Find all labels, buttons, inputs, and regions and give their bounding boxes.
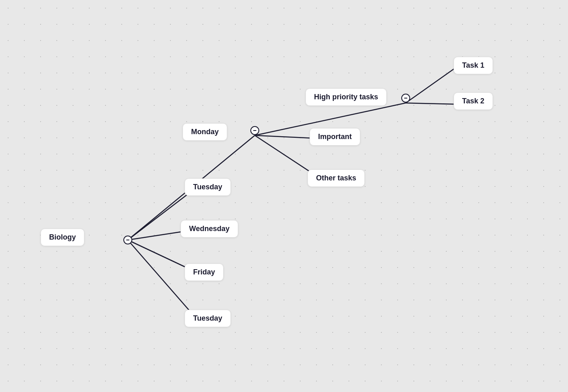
wednesday-node[interactable]: Wednesday: [181, 220, 238, 238]
task1-label: Task 1: [462, 61, 484, 70]
important-label: Important: [318, 133, 352, 141]
monday-node[interactable]: Monday: [183, 123, 227, 141]
high-priority-node[interactable]: High priority tasks: [306, 88, 387, 106]
task1-node[interactable]: Task 1: [454, 57, 493, 74]
friday-node[interactable]: Friday: [185, 263, 224, 281]
important-node[interactable]: Important: [310, 128, 360, 146]
svg-line-8: [406, 68, 456, 103]
biology-node[interactable]: Biology: [41, 229, 84, 246]
tuesday1-node[interactable]: Tuesday: [185, 178, 231, 196]
high-priority-label: High priority tasks: [314, 93, 378, 101]
other-tasks-label: Other tasks: [316, 174, 356, 182]
tuesday1-label: Tuesday: [193, 183, 222, 191]
tuesday2-node[interactable]: Tuesday: [185, 310, 231, 327]
friday-label: Friday: [193, 268, 215, 276]
tuesday2-label: Tuesday: [193, 314, 222, 323]
monday-label: Monday: [191, 128, 219, 136]
biology-label: Biology: [49, 233, 76, 242]
svg-line-9: [406, 103, 456, 104]
other-tasks-node[interactable]: Other tasks: [308, 169, 365, 187]
task2-label: Task 2: [462, 97, 484, 105]
high-priority-connector-dot[interactable]: [401, 94, 410, 103]
monday-connector-dot[interactable]: [250, 126, 259, 135]
wednesday-label: Wednesday: [189, 225, 230, 233]
biology-connector-dot[interactable]: [123, 236, 132, 244]
task2-node[interactable]: Task 2: [454, 92, 493, 110]
